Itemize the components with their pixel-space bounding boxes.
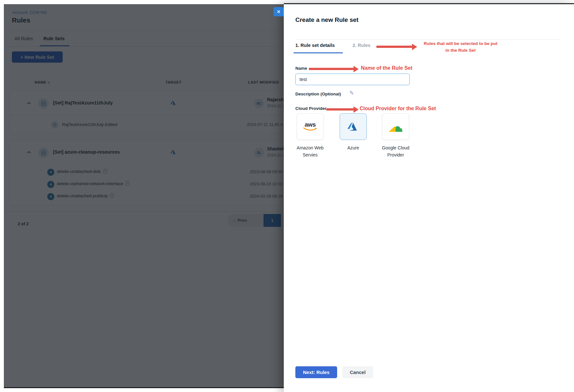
screenshot-root: Account: CCM-NG Rules All Rules Rule Set… — [0, 0, 574, 392]
provider-label-aws: Amazon Web Servies — [289, 144, 331, 158]
azure-logo-icon — [346, 121, 360, 132]
annotation-line: Rules that will be selected to be put — [412, 40, 509, 47]
step-rules[interactable]: 2. Rules — [353, 43, 371, 48]
provider-label-gcp: Google Cloud Provider — [374, 144, 417, 158]
drawer-title: Create a new Rule set — [295, 16, 358, 23]
aws-logo-text: aws — [305, 122, 316, 127]
window-top-border — [284, 3, 574, 4]
active-step-underline — [293, 52, 343, 53]
description-label: Description (Optional) — [295, 92, 341, 96]
annotation-arrow-cloud-provider — [326, 108, 354, 111]
window-bottom-border — [4, 387, 284, 388]
gcp-logo-icon: ☁ — [388, 120, 403, 134]
annotation-arrow-name — [309, 68, 354, 70]
step-rule-set-details[interactable]: 1. Rule set details — [295, 43, 335, 48]
next-rules-button[interactable]: Next: Rules — [295, 366, 337, 378]
provider-card-aws[interactable]: aws — [297, 113, 324, 140]
edit-description-pencil-icon[interactable]: ✎ — [349, 90, 354, 96]
cloud-provider-label: Cloud Provider — [295, 106, 327, 111]
provider-card-gcp[interactable]: ☁ — [382, 113, 409, 140]
drawer-header-divider — [295, 39, 561, 40]
annotation-name: Name of the Rule Set — [361, 65, 412, 71]
name-input[interactable] — [295, 74, 410, 85]
drawer-close-button[interactable]: ✕ — [274, 7, 284, 16]
cancel-button[interactable]: Cancel — [342, 366, 373, 378]
annotation-cloud-provider: Cloud Provider for the Rule Set — [360, 106, 436, 111]
aws-logo-icon: aws — [303, 122, 318, 131]
name-label: Name — [295, 66, 307, 71]
modal-dim-overlay[interactable] — [4, 4, 284, 388]
provider-label-azure: Azure — [332, 144, 374, 151]
annotation-line: in the Rule Set — [412, 47, 509, 54]
annotation-rules-step: Rules that will be selected to be put in… — [412, 40, 509, 54]
provider-card-azure[interactable] — [340, 113, 367, 140]
create-ruleset-drawer: Create a new Rule set 1. Rule set detail… — [284, 4, 574, 392]
annotation-arrow-rules-step — [376, 46, 412, 48]
